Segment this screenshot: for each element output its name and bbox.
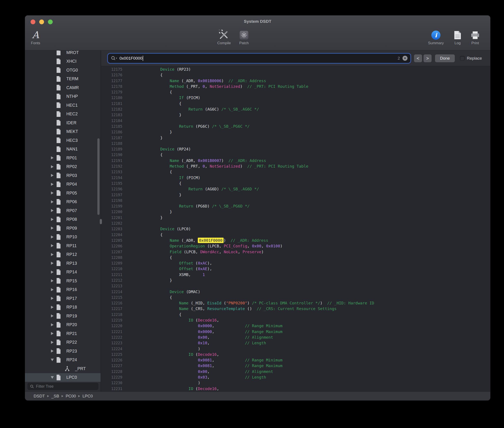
sidebar-item-rp14[interactable]: RP14 (25, 268, 101, 277)
code-line[interactable]: 12200 } (101, 209, 490, 215)
code-line[interactable]: 12214 Device (DMAC) (101, 289, 490, 295)
code-line[interactable]: 12196 Return (AG6D) /* \_SB_.AG6D */ (101, 186, 490, 192)
sidebar-item-mekt[interactable]: MEKT (25, 127, 101, 136)
code-line[interactable]: 12182 Return (AG6C) /* \_SB_.AG6C */ (101, 107, 490, 112)
sidebar-item-term[interactable]: TERM (25, 74, 101, 83)
sidebar-item-rp03[interactable]: RP03 (25, 171, 101, 180)
replace-checkbox[interactable] (460, 56, 464, 60)
code-line[interactable]: 12226 0x0081, // Range Minimum (101, 357, 490, 363)
code-line[interactable]: 12227 0x0081, // Range Maximum (101, 363, 490, 369)
code-line[interactable]: 12204 { (101, 232, 490, 238)
sidebar-item-rp02[interactable]: RP02 (25, 162, 101, 171)
code-line[interactable]: 12180 If (PICM) (101, 95, 490, 101)
sidebar-item-rp06[interactable]: RP06 (25, 198, 101, 206)
code-line[interactable]: 12215 { (101, 295, 490, 300)
sidebar-item-nan1[interactable]: NAN1 (25, 145, 101, 154)
code-line[interactable]: 12225 IO (Decode16, (101, 352, 490, 357)
code-line[interactable]: 12181 { (101, 101, 490, 107)
code-line[interactable]: 12213 (101, 283, 490, 289)
code-line[interactable]: 12186 } (101, 129, 490, 135)
code-line[interactable]: 12190 { (101, 152, 490, 158)
code-editor[interactable]: 12175 Device (RP23) 12176 { 12177 Name (… (101, 66, 490, 392)
code-line[interactable]: 12187 } (101, 135, 490, 141)
code-line[interactable]: 12216 Name (_HID, EisaId ("PNP0200") /* … (101, 300, 490, 306)
code-line[interactable]: 12228 0x00, // Alignment (101, 369, 490, 374)
sidebar-item-rp17[interactable]: RP17 (25, 294, 101, 303)
sidebar-item-rp08[interactable]: RP08 (25, 215, 101, 224)
sidebar-item-rp22[interactable]: RP22 (25, 338, 101, 347)
sidebar-item-rp19[interactable]: RP19 (25, 312, 101, 321)
sidebar-item-rp12[interactable]: RP12 (25, 250, 101, 259)
sidebar-item-rp24[interactable]: RP24 (25, 356, 101, 364)
filter-input[interactable]: Filter Tree (28, 383, 98, 390)
code-line[interactable]: 12201 } (101, 215, 490, 221)
code-line[interactable]: 12177 Name (_ADR, 0x001B0006) // _ADR: A… (101, 78, 490, 84)
disclosure-icon[interactable] (48, 208, 56, 213)
done-button[interactable]: Done (435, 54, 455, 62)
disclosure-icon[interactable] (48, 322, 56, 327)
code-line[interactable]: 12223 0x10, // Length (101, 340, 490, 346)
breadcrumb-item-pc00[interactable]: PC00 (66, 394, 76, 398)
search-field[interactable]: 0x001F0000 2 × (108, 54, 410, 63)
code-line[interactable]: 12221 0x0000, // Range Maximum (101, 329, 490, 335)
code-line[interactable]: 12205 Name (_ADR, 0x001F0000) // _ADR: A… (101, 238, 490, 243)
disclosure-icon[interactable] (48, 305, 56, 310)
sidebar-item-ider[interactable]: IDER (25, 118, 101, 127)
disclosure-icon[interactable] (48, 243, 56, 248)
sidebar-item-hec1[interactable]: HEC1 (25, 101, 101, 110)
code-line[interactable]: 12210 Offset (0xAE), (101, 266, 490, 272)
disclosure-icon[interactable] (48, 234, 56, 239)
disclosure-icon[interactable] (48, 296, 56, 301)
sidebar-item-rp20[interactable]: RP20 (25, 321, 101, 329)
disclosure-icon[interactable] (48, 217, 56, 222)
sidebar-item-hec2[interactable]: HEC2 (25, 110, 101, 119)
fonts-button[interactable]: A Fonts (25, 28, 52, 45)
sidebar-item-rp11[interactable]: RP11 (25, 241, 101, 250)
code-line[interactable]: 12191 Name (_ADR, 0x001B0007) // _ADR: A… (101, 158, 490, 164)
code-line[interactable]: 12176 { (101, 72, 490, 78)
code-line[interactable]: 12188 (101, 141, 490, 146)
code-line[interactable]: 12183 } (101, 112, 490, 118)
sidebar-item-_prt[interactable]: _PRT (25, 364, 101, 373)
code-line[interactable]: 12207 Field (LPCB, DWordAcc, NoLock, Pre… (101, 249, 490, 255)
sidebar-item-rp16[interactable]: RP16 (25, 285, 101, 294)
code-line[interactable]: 12192 Method (_PRT, 0, NotSerialized) //… (101, 164, 490, 169)
code-line[interactable]: 12203 Device (LPC0) (101, 226, 490, 232)
sidebar-item-mrot[interactable]: MROT (25, 50, 101, 57)
code-line[interactable]: 12199 Return (PG6D) /* \_SB_.PG6D */ (101, 203, 490, 209)
sidebar-item-rp21[interactable]: RP21 (25, 329, 101, 338)
disclosure-icon[interactable] (48, 375, 56, 380)
sidebar-item-rp18[interactable]: RP18 (25, 303, 101, 312)
disclosure-icon[interactable] (48, 348, 56, 354)
disclosure-icon[interactable] (48, 190, 56, 196)
code-line[interactable]: 12184 (101, 118, 490, 123)
code-line[interactable]: 12222 0x00, // Alignment (101, 335, 490, 340)
code-line[interactable]: 12217 Name (_CRS, ResourceTemplate () //… (101, 306, 490, 312)
disclosure-icon[interactable] (48, 331, 56, 336)
patch-button[interactable]: Patch (228, 28, 260, 45)
sidebar-item-rp10[interactable]: RP10 (25, 233, 101, 241)
code-line[interactable]: 12195 { (101, 181, 490, 186)
split-handle[interactable] (100, 219, 102, 224)
breadcrumb-item-lpc0[interactable]: LPC0 (83, 394, 93, 398)
code-line[interactable]: 12178 Method (_PRT, 0, NotSerialized) //… (101, 84, 490, 89)
sidebar-item-lpc0[interactable]: LPC0 (25, 373, 101, 382)
disclosure-icon[interactable] (48, 340, 56, 345)
sidebar-item-rp04[interactable]: RP04 (25, 180, 101, 189)
sidebar-item-rp15[interactable]: RP15 (25, 276, 101, 285)
code-line[interactable]: 12206 OperationRegion (LPCB, PCI_Config,… (101, 243, 490, 249)
print-button[interactable]: Print (459, 28, 491, 45)
code-line[interactable]: 12198 (101, 198, 490, 203)
breadcrumb-item-_sb[interactable]: _SB (51, 394, 59, 398)
code-line[interactable]: 12220 0x0000, // Range Minimum (101, 323, 490, 329)
disclosure-icon[interactable] (48, 199, 56, 205)
code-line[interactable]: 12185 Return (PG6C) /* \_SB_.PG6C */ (101, 123, 490, 129)
code-line[interactable]: 12211 XSMB, 1 (101, 272, 490, 278)
code-line[interactable]: 12197 } (101, 192, 490, 198)
code-line[interactable]: 12229 0x03, // Length (101, 374, 490, 380)
code-line[interactable]: 12179 { (101, 89, 490, 95)
code-line[interactable]: 12202 (101, 221, 490, 226)
sidebar-item-xhci[interactable]: XHCI (25, 57, 101, 66)
sidebar-item-camr[interactable]: CAMR (25, 83, 101, 92)
disclosure-icon[interactable] (48, 182, 56, 187)
